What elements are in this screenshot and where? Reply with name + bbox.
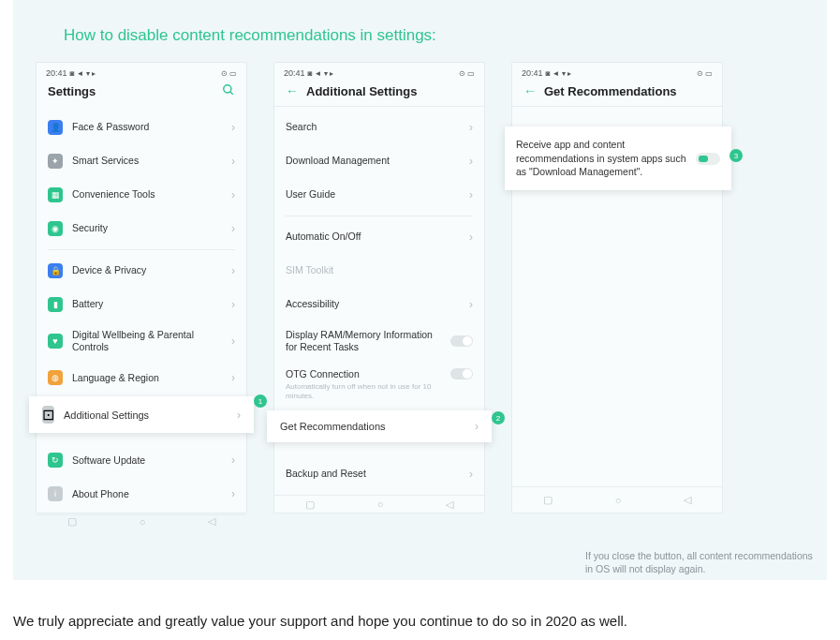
row-digital-wellbeing[interactable]: ♥ Digital Wellbeing & Parental Controls … — [37, 321, 246, 361]
otg-sub: Automatically turn off when not in use f… — [286, 382, 441, 401]
toggle-recommendations[interactable] — [696, 153, 720, 165]
row-auto-onoff[interactable]: Automatic On/Off › — [274, 220, 484, 254]
row-smart-services[interactable]: ✦ Smart Services › — [37, 144, 246, 178]
toggle-ram[interactable] — [450, 335, 473, 347]
nav-home-icon[interactable]: ○ — [140, 516, 146, 528]
nav-recent-icon[interactable]: ▢ — [305, 499, 315, 511]
nav-bar: ▢ ○ ◁ — [274, 495, 484, 513]
row-battery[interactable]: ▮ Battery › — [37, 288, 246, 321]
row-search[interactable]: Search › — [274, 111, 484, 144]
phone2-header: ← Additional Settings — [274, 80, 484, 106]
row-label: Digital Wellbeing & Parental Controls — [72, 329, 222, 353]
privacy-icon: 🔒 — [48, 263, 63, 278]
nav-recent-icon[interactable]: ▢ — [543, 494, 553, 506]
chevron-right-icon: › — [231, 487, 235, 500]
phone-get-recommendations: 20:41 ◙ ◄ ▾ ▸ ⊙ ▭ ← Get Recommendations … — [511, 62, 723, 513]
phone-additional-settings: 20:41 ◙ ◄ ▾ ▸ ⊙ ▭ ← Additional Settings … — [273, 62, 485, 513]
nav-back-icon[interactable]: ◁ — [208, 515, 215, 528]
nav-bar: ▢ ○ ◁ — [37, 514, 246, 528]
row-label: Download Management — [286, 155, 460, 167]
row-convenience-tools[interactable]: ▦ Convenience Tools › — [37, 178, 246, 212]
nav-recent-icon[interactable]: ▢ — [67, 515, 77, 528]
chevron-right-icon: › — [231, 264, 235, 277]
panel-title: How to disable content recommendations i… — [64, 26, 804, 45]
row-software-update[interactable]: ↻ Software Update › — [37, 443, 246, 477]
row-display-ram[interactable]: Display RAM/Memory Information for Recen… — [274, 321, 484, 361]
row-about-phone[interactable]: i About Phone › — [37, 477, 246, 511]
row-security[interactable]: ◉ Security › — [37, 212, 246, 246]
row-label: Face & Password — [72, 121, 222, 133]
row-label: Device & Privacy — [72, 264, 222, 276]
step-marker-1: 1 — [254, 394, 267, 408]
status-time: 20:41 — [46, 68, 67, 78]
status-icons-right: ⊙ ▭ — [221, 69, 237, 78]
header-title: Get Recommendations — [544, 84, 677, 98]
back-icon[interactable]: ← — [286, 83, 299, 98]
recommendation-card[interactable]: Receive app and content recommendations … — [505, 127, 731, 190]
row-label: Additional Settings — [64, 409, 228, 421]
additional-icon: ⊡ — [42, 406, 54, 424]
header-title: Settings — [48, 84, 96, 98]
chevron-right-icon: › — [231, 454, 235, 467]
chevron-right-icon: › — [231, 121, 235, 134]
shield-icon: ◉ — [48, 221, 63, 236]
nav-home-icon[interactable]: ○ — [615, 495, 622, 506]
chevron-right-icon: › — [469, 298, 473, 311]
row-label: Smart Services — [72, 155, 222, 167]
row-accessibility[interactable]: Accessibility › — [274, 288, 484, 321]
user-icon: 👤 — [48, 120, 63, 135]
row-label: Display RAM/Memory Information for Recen… — [286, 329, 441, 353]
row-label: Get Recommendations — [280, 421, 465, 432]
step-marker-3: 3 — [729, 149, 743, 162]
chevron-right-icon: › — [475, 420, 479, 433]
row-otg[interactable]: OTG Connection Automatically turn off wh… — [274, 361, 484, 409]
chevron-right-icon: › — [231, 335, 235, 348]
nav-back-icon[interactable]: ◁ — [684, 494, 691, 506]
row-label: Automatic On/Off — [286, 231, 460, 243]
nav-home-icon[interactable]: ○ — [377, 499, 384, 510]
status-time: 20:41 — [284, 68, 305, 78]
row-label: Backup and Reset — [286, 468, 460, 480]
status-bar: 20:41 ◙ ◄ ▾ ▸ ⊙ ▭ — [37, 63, 246, 80]
chevron-right-icon: › — [231, 222, 235, 235]
panel-caption: If you close the button, all content rec… — [585, 549, 821, 576]
battery-icon: ▮ — [48, 297, 63, 312]
chevron-right-icon: › — [469, 188, 473, 201]
divider — [286, 216, 473, 216]
chevron-right-icon: › — [469, 231, 473, 244]
status-icons-right: ⊙ ▭ — [459, 69, 475, 78]
toggle-otg[interactable] — [450, 368, 473, 380]
globe-icon: ◍ — [48, 370, 63, 385]
header-title: Additional Settings — [306, 84, 417, 98]
row-get-recommendations-highlight[interactable]: Get Recommendations › — [267, 410, 492, 442]
row-face-password[interactable]: 👤 Face & Password › — [37, 111, 246, 144]
row-label: User Guide — [286, 188, 460, 201]
status-time: 20:41 — [522, 68, 543, 78]
row-device-privacy[interactable]: 🔒 Device & Privacy › — [37, 254, 246, 288]
back-icon[interactable]: ← — [523, 83, 537, 98]
search-icon[interactable] — [222, 83, 235, 99]
footer-text: We truly appreciate and greatly value yo… — [13, 613, 627, 629]
chevron-right-icon: › — [231, 155, 235, 168]
gear-icon: ✦ — [48, 154, 63, 169]
nav-bar: ▢ ○ ◁ — [512, 486, 722, 513]
row-download-management[interactable]: Download Management › — [274, 144, 484, 178]
nav-back-icon[interactable]: ◁ — [446, 499, 453, 511]
row-label: OTG Connection Automatically turn off wh… — [286, 368, 441, 401]
row-additional-settings-highlight[interactable]: ⊡ Additional Settings › — [29, 396, 254, 433]
svg-line-1 — [230, 92, 233, 95]
row-label: About Phone — [72, 488, 222, 500]
row-language-region[interactable]: ◍ Language & Region › — [37, 361, 246, 394]
row-label: SIM Toolkit — [286, 264, 473, 276]
row-label: Security — [72, 222, 222, 234]
row-label: Battery — [72, 298, 222, 310]
row-user-guide[interactable]: User Guide › — [274, 178, 484, 212]
phones-container: 20:41 ◙ ◄ ▾ ▸ ⊙ ▭ Settings — [36, 62, 804, 513]
chevron-right-icon: › — [469, 121, 473, 134]
row-sim-toolkit: SIM Toolkit — [274, 254, 484, 288]
row-backup-reset[interactable]: Backup and Reset › — [274, 457, 484, 491]
chevron-right-icon: › — [469, 468, 473, 481]
update-icon: ↻ — [48, 453, 63, 468]
status-icons-left: ◙ ◄ ▾ ▸ — [546, 69, 571, 78]
phone-settings: 20:41 ◙ ◄ ▾ ▸ ⊙ ▭ Settings — [36, 62, 247, 513]
